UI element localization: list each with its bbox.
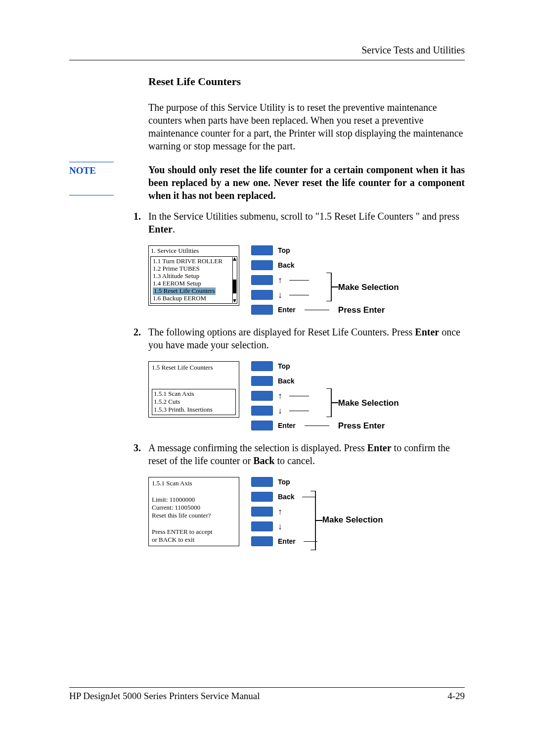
down-arrow-icon: ↓ — [278, 523, 282, 530]
back-label: Back — [278, 377, 294, 385]
up-button[interactable] — [251, 275, 273, 285]
step-1-enter: Enter — [148, 224, 173, 235]
lcd1-row: 1.3 Altitude Setup — [153, 273, 236, 280]
lcd3-row: or BACK to exit — [152, 536, 236, 544]
down-button[interactable] — [251, 290, 273, 300]
lcd-screen-1: 1. Service Utilities 1.1 Turn DRIVE ROLL… — [148, 245, 239, 306]
up-button[interactable] — [251, 391, 273, 401]
up-arrow-icon: ↑ — [278, 508, 282, 515]
top-button[interactable] — [251, 477, 273, 487]
up-arrow-icon: ↑ — [278, 277, 282, 284]
top-label: Top — [278, 246, 290, 255]
note-label: NOTE — [69, 165, 96, 176]
running-header: Service Tests and Utilities — [69, 45, 465, 56]
lcd1-scrollbar — [232, 257, 236, 303]
intro-paragraph: The purpose of this Service Utility is t… — [148, 101, 465, 152]
step-1-text-a: In the Service Utilities submenu, scroll… — [148, 211, 459, 222]
step-2: The following options are displayed for … — [134, 326, 465, 431]
bracket-icon — [326, 273, 338, 301]
down-arrow-icon: ↓ — [278, 291, 282, 298]
lcd1-row: 1.4 EEROM Setup — [153, 280, 236, 287]
back-label: Back — [278, 492, 294, 501]
lcd2-row: 1.5.3 Printh. Insertions — [154, 406, 234, 414]
lcd1-row: 1.6 Backup EEROM — [153, 295, 236, 302]
enter-label: Enter — [278, 537, 296, 546]
lcd3-row: Press ENTER to accept — [152, 528, 236, 536]
footer-page-number: 4-29 — [447, 691, 465, 702]
button-column: Top Back ↑ ↓ Enter — [251, 361, 333, 430]
lcd-screen-2: 1.5 Reset Life Counters 1.5.1 Scan Axis … — [148, 361, 239, 418]
step-1-text-c: . — [173, 224, 175, 235]
lcd1-row: 1.2 Prime TUBES — [153, 265, 236, 273]
step-2-enter: Enter — [415, 327, 439, 337]
step-3-text-e: to cancel. — [274, 455, 315, 466]
step-3-back: Back — [253, 455, 274, 466]
lcd2-row: 1.5.2 Cuts — [154, 398, 234, 406]
lcd-screen-3: 1.5.1 Scan Axis Limit: 11000000 Current:… — [148, 477, 239, 546]
bracket-icon — [326, 388, 338, 417]
back-button[interactable] — [251, 260, 273, 270]
top-label: Top — [278, 477, 290, 486]
back-button[interactable] — [251, 376, 273, 386]
lcd1-title: 1. Service Utilities — [149, 246, 239, 256]
callout-press-enter: Press Enter — [338, 305, 399, 316]
step-3-text-a: A message confirming the selection is di… — [148, 442, 367, 453]
step-3-enter: Enter — [367, 442, 392, 453]
bracket-icon — [311, 491, 322, 550]
lcd2-row-highlight: 1.5.1 Scan Axis — [154, 390, 234, 398]
button-column: Top Back ↑ ↓ Enter — [251, 477, 317, 546]
bottom-rule — [69, 687, 465, 688]
step-3: A message confirming the selection is di… — [134, 441, 465, 546]
section-title: Reset Life Counters — [148, 75, 465, 88]
footer-left: HP DesignJet 5000 Series Printers Servic… — [69, 691, 260, 702]
back-label: Back — [278, 261, 294, 270]
callout-make-selection: Make Selection — [322, 515, 383, 525]
step-1: In the Service Utilities submenu, scroll… — [134, 210, 465, 316]
enter-label: Enter — [278, 421, 296, 430]
lcd3-row: Limit: 11000000 — [152, 496, 236, 504]
callout-make-selection: Make Selection — [338, 282, 399, 293]
lcd1-row-highlight: 1.5 Reset Life Counters — [153, 287, 236, 295]
lcd3-row: Reset this life counter? — [152, 512, 236, 520]
lcd3-row: 1.5.1 Scan Axis — [152, 479, 236, 487]
up-button[interactable] — [251, 507, 273, 517]
top-rule — [69, 60, 465, 60]
down-button[interactable] — [251, 521, 273, 531]
top-button[interactable] — [251, 245, 273, 255]
back-button[interactable] — [251, 492, 273, 502]
button-column: Top Back ↑ ↓ Enter — [251, 245, 333, 315]
lcd1-row: 1.1 Turn DRIVE ROLLER — [153, 258, 236, 265]
lcd3-row: Current: 11005000 — [152, 504, 236, 512]
note-text: You should only reset the life counter f… — [148, 163, 465, 202]
lcd2-title: 1.5 Reset Life Counters — [152, 364, 236, 372]
callout-press-enter: Press Enter — [338, 421, 399, 431]
down-button[interactable] — [251, 406, 273, 416]
enter-label: Enter — [278, 305, 296, 314]
callout-make-selection: Make Selection — [338, 398, 399, 409]
down-arrow-icon: ↓ — [278, 407, 282, 414]
enter-button[interactable] — [251, 305, 273, 315]
top-button[interactable] — [251, 361, 273, 371]
enter-button[interactable] — [251, 421, 273, 430]
top-label: Top — [278, 362, 290, 371]
up-arrow-icon: ↑ — [278, 392, 282, 399]
enter-button[interactable] — [251, 536, 273, 546]
step-2-text-a: The following options are displayed for … — [148, 327, 415, 337]
